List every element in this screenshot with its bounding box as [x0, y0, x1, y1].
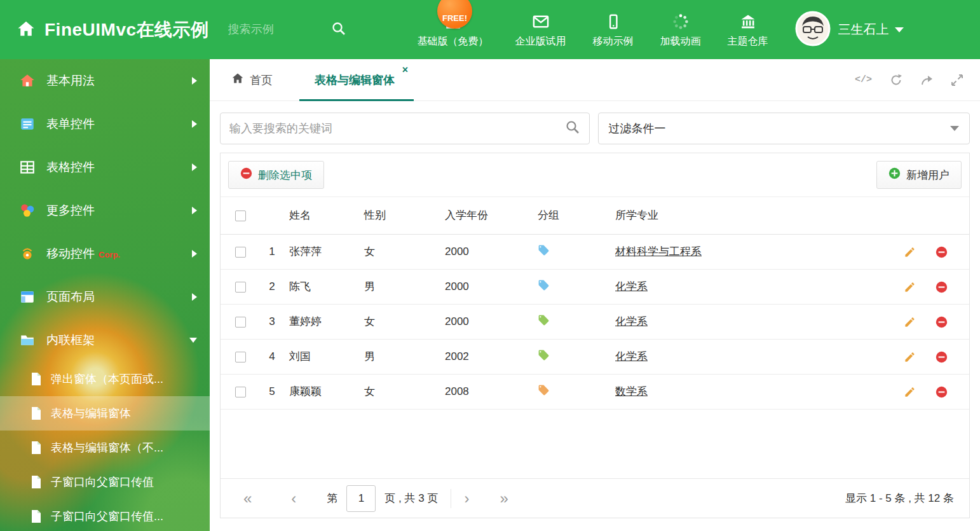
- next-page-button[interactable]: ›: [464, 491, 469, 506]
- sidebar: 基本用法 表单控件 表格控件 更多控件: [0, 59, 210, 531]
- nav-item-enterprise-trial[interactable]: 企业版试用: [515, 11, 566, 48]
- bank-icon: [738, 11, 758, 32]
- users-table: 姓名 性别 入学年份 分组 所学专业 1 张萍萍 女: [221, 197, 969, 410]
- delete-row-icon[interactable]: [936, 316, 948, 328]
- add-user-button[interactable]: 新增用户: [876, 161, 962, 189]
- header-search-input[interactable]: [228, 23, 323, 36]
- row-index: 1: [260, 234, 284, 269]
- form-icon: [18, 116, 37, 132]
- sidebar-subitem-grid-edit-window-2[interactable]: 表格与编辑窗体（不...: [0, 431, 210, 465]
- file-icon: [31, 407, 42, 420]
- major-link[interactable]: 化学系: [615, 280, 648, 293]
- table-header-row: 姓名 性别 入学年份 分组 所学专业: [221, 197, 969, 234]
- sidebar-subitem-popup-window[interactable]: 弹出窗体（本页面或...: [0, 362, 210, 396]
- col-name: 姓名: [284, 197, 359, 234]
- last-page-button[interactable]: »: [500, 491, 508, 506]
- file-icon: [31, 510, 42, 523]
- mobile-icon: [605, 11, 622, 32]
- table-body: 1 张萍萍 女 2000 材料科学与工程系: [221, 234, 969, 409]
- sidebar-item-mobile-controls[interactable]: 移动控件Corp.: [0, 232, 210, 275]
- sidebar-subitem-grid-edit-window[interactable]: 表格与编辑窗体: [0, 396, 210, 431]
- edit-icon[interactable]: [904, 246, 916, 258]
- major-link[interactable]: 化学系: [615, 315, 648, 328]
- table-row[interactable]: 2 陈飞 男 2000 化学系: [221, 269, 969, 304]
- tab-home[interactable]: 首页: [231, 59, 273, 100]
- minus-circle-icon: [240, 167, 252, 183]
- nav-item-loading-animations[interactable]: 加载动画: [660, 11, 701, 48]
- delete-row-icon[interactable]: [936, 246, 948, 258]
- refresh-icon[interactable]: [890, 74, 902, 86]
- prev-page-button[interactable]: ‹: [291, 491, 296, 506]
- tag-icon: [538, 279, 550, 291]
- edit-icon[interactable]: [904, 351, 916, 363]
- tab-grid-edit-window[interactable]: 表格与编辑窗体 ×: [299, 59, 414, 100]
- chevron-down-icon: [895, 27, 904, 32]
- select-all-checkbox[interactable]: [235, 210, 246, 221]
- user-menu[interactable]: 三生石上: [795, 11, 904, 49]
- share-icon[interactable]: [920, 74, 933, 86]
- sidebar-item-basic-usage[interactable]: 基本用法: [0, 59, 210, 102]
- source-code-icon[interactable]: </>: [855, 74, 872, 85]
- row-checkbox[interactable]: [235, 317, 246, 328]
- folder-icon: [18, 332, 37, 348]
- cell-year: 2000: [440, 304, 533, 339]
- table-row[interactable]: 3 董婷婷 女 2000 化学系: [221, 304, 969, 339]
- table-row[interactable]: 4 刘国 男 2002 化学系: [221, 339, 969, 374]
- filter-dropdown[interactable]: 过滤条件一: [598, 113, 970, 144]
- tab-label: 首页: [250, 72, 273, 88]
- search-icon[interactable]: [565, 120, 580, 137]
- row-index: 2: [260, 269, 284, 304]
- delete-selected-button[interactable]: 删除选中项: [228, 161, 324, 189]
- mail-icon: [531, 11, 550, 32]
- nav-item-theme-store[interactable]: 主题仓库: [728, 11, 768, 48]
- row-checkbox[interactable]: [235, 282, 246, 293]
- keyword-search-input[interactable]: [229, 122, 565, 135]
- chevron-right-icon: [192, 293, 197, 301]
- sidebar-item-iframe[interactable]: 内联框架: [0, 319, 210, 362]
- sidebar-item-form-controls[interactable]: 表单控件: [0, 102, 210, 146]
- brand[interactable]: FineUIMvc在线示例: [17, 18, 209, 42]
- delete-row-icon[interactable]: [936, 386, 948, 398]
- header-search: [228, 21, 346, 39]
- nav-label: 加载动画: [660, 35, 701, 48]
- tag-icon: [538, 244, 550, 256]
- shapes-icon: [18, 202, 37, 219]
- sidebar-item-grid-controls[interactable]: 表格控件: [0, 146, 210, 189]
- edit-icon[interactable]: [904, 316, 916, 328]
- first-page-button[interactable]: «: [243, 491, 252, 506]
- user-name: 三生石上: [838, 21, 889, 38]
- home-icon: [17, 19, 36, 41]
- sidebar-item-more-controls[interactable]: 更多控件: [0, 189, 210, 232]
- cell-year: 2000: [440, 234, 533, 269]
- tab-bar: 首页 表格与编辑窗体 × </>: [210, 59, 980, 101]
- major-link[interactable]: 化学系: [615, 350, 648, 362]
- tab-tools: </>: [855, 59, 963, 100]
- cell-name: 张萍萍: [284, 234, 359, 269]
- grid-toolbar: 删除选中项 新增用户: [221, 153, 969, 197]
- table-row[interactable]: 5 康颖颖 女 2008 数学系: [221, 374, 969, 409]
- sidebar-item-page-layout[interactable]: 页面布局: [0, 275, 210, 319]
- sidebar-item-label: 内联框架: [46, 332, 189, 348]
- delete-row-icon[interactable]: [936, 351, 948, 363]
- cell-gender: 男: [359, 269, 440, 304]
- cell-gender: 女: [359, 374, 440, 409]
- edit-icon[interactable]: [904, 386, 916, 398]
- sidebar-subitem-child-to-parent[interactable]: 子窗口向父窗口传值: [0, 465, 210, 499]
- edit-icon[interactable]: [904, 281, 916, 293]
- page-number-input[interactable]: [346, 485, 376, 512]
- table-row[interactable]: 1 张萍萍 女 2000 材料科学与工程系: [221, 234, 969, 269]
- house-icon: [18, 72, 37, 89]
- close-icon[interactable]: ×: [402, 65, 408, 75]
- chevron-down-icon: [189, 338, 197, 343]
- major-link[interactable]: 数学系: [615, 385, 648, 397]
- row-checkbox[interactable]: [235, 387, 246, 397]
- major-link[interactable]: 材料科学与工程系: [615, 245, 702, 258]
- row-checkbox[interactable]: [235, 247, 246, 258]
- row-checkbox[interactable]: [235, 352, 246, 362]
- nav-item-mobile-demo[interactable]: 移动示例: [593, 11, 634, 48]
- search-icon[interactable]: [331, 21, 346, 39]
- expand-icon[interactable]: [951, 74, 963, 86]
- delete-row-icon[interactable]: [936, 281, 948, 293]
- tag-icon: [538, 314, 550, 326]
- sidebar-subitem-child-to-parent-2[interactable]: 子窗口向父窗口传值...: [0, 499, 210, 531]
